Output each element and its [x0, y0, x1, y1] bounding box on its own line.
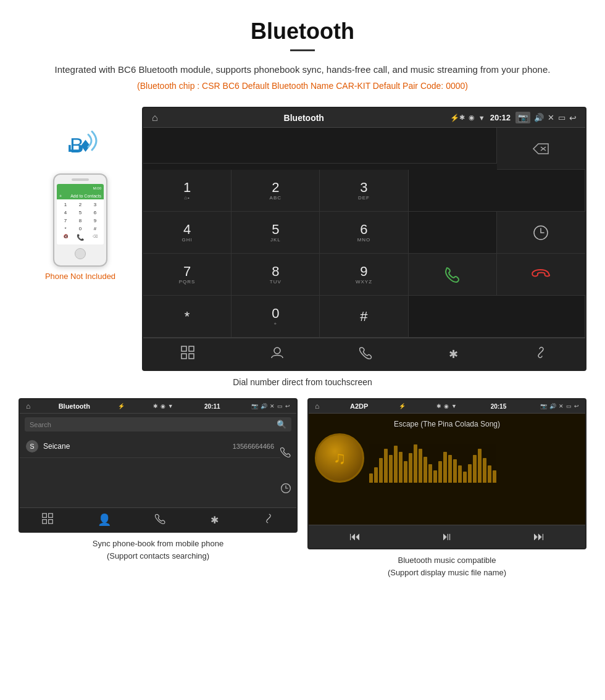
music-right-icons: 📷 🔊 ✕ ▭ ↩	[540, 403, 579, 409]
contacts-search-bar[interactable]: Search 🔍	[25, 417, 291, 431]
win-icon-m: ▭	[566, 403, 572, 409]
dial-key-1[interactable]: 1⌂•	[143, 170, 232, 212]
eq-bar	[428, 464, 432, 483]
phone-key-6: 6	[90, 209, 101, 216]
contacts-icon[interactable]	[270, 346, 284, 362]
dial-key-star[interactable]: *	[143, 296, 232, 338]
contacts-screen-wrap: ⌂ Bluetooth ⚡ ✱ ◉ ▼ 20:11 📷 🔊 ✕ ▭ ↩	[19, 398, 298, 578]
back-icon-c: ↩	[285, 403, 290, 409]
dial-key-9[interactable]: 9WXYZ	[320, 254, 408, 296]
vol-icon-m: 🔊	[549, 403, 556, 409]
phone-screen: M:00 +Add to Contacts 1 2 3 4 5 6	[57, 184, 104, 244]
signal-icon: ▼	[478, 114, 485, 122]
search-icon[interactable]: 🔍	[277, 420, 286, 429]
music-caption-line2: (Support display music file name)	[388, 568, 506, 577]
dial-key-3[interactable]: 3DEF	[320, 170, 408, 212]
music-album-area: ♫	[315, 433, 579, 483]
svg-point-10	[274, 348, 280, 354]
dial-key-2[interactable]: 2ABC	[232, 170, 320, 212]
dial-key-5[interactable]: 5JKL	[232, 212, 320, 254]
music-home-icon[interactable]: ⌂	[315, 402, 319, 410]
phone-key-del: ⌫	[90, 233, 101, 241]
contacts-link-icon[interactable]	[263, 513, 274, 527]
phone-screen-bar: M:00	[57, 184, 104, 193]
dial-empty-3	[409, 296, 585, 338]
eq-bar	[468, 464, 472, 483]
home-icon[interactable]: ⌂	[152, 112, 158, 123]
back-icon: ↩	[569, 113, 577, 123]
page-title: Bluetooth	[37, 19, 568, 44]
grid-icon[interactable]	[181, 346, 194, 362]
contacts-bottom-bar: 👤 ✱	[20, 507, 296, 531]
svg-line-11	[539, 351, 543, 354]
dial-key-8[interactable]: 8TUV	[232, 254, 320, 296]
car-time: 20:12	[490, 113, 511, 122]
contacts-grid-icon[interactable]	[42, 513, 53, 527]
eq-bar	[424, 457, 427, 483]
redial-button[interactable]	[497, 212, 585, 254]
svg-rect-7	[189, 346, 194, 351]
eq-bar	[493, 470, 496, 483]
music-screen-header: ⌂ A2DP ⚡ ✱ ◉ ▼ 20:15 📷 🔊 ✕ ▭ ↩	[309, 399, 585, 414]
eq-bar	[463, 472, 467, 483]
contacts-caption-line1: Sync phone-book from mobile phone	[93, 539, 223, 548]
contacts-time: 20:11	[204, 403, 220, 410]
bluetooth-bottom-icon[interactable]: ✱	[449, 348, 458, 361]
dial-empty-2	[409, 212, 497, 254]
phone-key-4: 4	[60, 209, 71, 216]
dial-key-7[interactable]: 7PQRS	[143, 254, 232, 296]
contacts-call-icon[interactable]	[280, 446, 291, 460]
contacts-screen-title: Bluetooth	[59, 402, 90, 410]
next-track-button[interactable]: ⏭	[533, 530, 544, 543]
car-screen-title: Bluetooth	[158, 113, 450, 123]
contacts-bt-icon[interactable]: ✱	[211, 514, 219, 526]
car-header-icons: ✱ ◉ ▼	[459, 114, 485, 122]
phone-speaker	[72, 178, 89, 181]
dial-key-6[interactable]: 6MNO	[320, 212, 408, 254]
dial-key-0[interactable]: 0+	[232, 296, 320, 338]
cam-icon-m: 📷	[540, 403, 547, 409]
cam-icon-c: 📷	[251, 403, 258, 409]
contact-item[interactable]: S Seicane 13566664466	[20, 435, 280, 458]
bt-icon-music: ✱	[436, 403, 441, 409]
phone-key-star: *	[60, 225, 71, 232]
sig-icon-music: ▼	[451, 403, 457, 409]
sig-icon-contacts: ▼	[168, 403, 173, 409]
music-caption: Bluetooth music compatible (Support disp…	[388, 554, 506, 578]
call-icon[interactable]	[359, 346, 373, 362]
bluetooth-status-icon: ✱	[459, 114, 465, 122]
link-icon[interactable]	[534, 346, 548, 362]
phone-home-button[interactable]	[75, 248, 86, 259]
dial-key-4[interactable]: 4GHI	[143, 212, 232, 254]
phone-mockup: M:00 +Add to Contacts 1 2 3 4 5 6	[53, 173, 107, 267]
call-button[interactable]	[409, 254, 497, 296]
phone-key-7: 7	[60, 217, 71, 224]
phone-key-1: 1	[60, 201, 71, 208]
car-right-icons: 📷 🔊 ✕ ▭ ↩	[515, 112, 577, 123]
eq-bar	[438, 461, 442, 483]
prev-track-button[interactable]: ⏮	[349, 530, 361, 543]
music-album-art: ♫	[315, 433, 364, 483]
contacts-phone-icon[interactable]	[155, 513, 166, 527]
bt-icon-contacts: ✱	[153, 403, 158, 409]
dial-display	[143, 128, 497, 164]
contacts-screen: ⌂ Bluetooth ⚡ ✱ ◉ ▼ 20:11 📷 🔊 ✕ ▭ ↩	[19, 398, 298, 533]
bottom-screenshots: ⌂ Bluetooth ⚡ ✱ ◉ ▼ 20:11 📷 🔊 ✕ ▭ ↩	[0, 398, 605, 578]
contacts-caption: Sync phone-book from mobile phone (Suppo…	[93, 538, 223, 562]
contacts-home-icon[interactable]: ⌂	[26, 402, 30, 410]
contacts-caption-line2: (Support contacts searching)	[107, 551, 209, 560]
eq-bar	[433, 470, 437, 483]
svg-marker-2	[533, 144, 548, 154]
dial-key-hash[interactable]: #	[320, 296, 408, 338]
contacts-sync-icon[interactable]	[280, 483, 291, 496]
end-call-button[interactable]	[497, 254, 585, 296]
car-screen-header: ⌂ Bluetooth ⚡ ✱ ◉ ▼ 20:12 📷 🔊 ✕ ▭ ↩	[143, 108, 585, 128]
eq-bar	[453, 459, 457, 483]
music-controls: ⏮ ⏯ ⏭	[309, 525, 585, 548]
contacts-user-icon[interactable]: 👤	[98, 513, 111, 527]
music-screen-title: A2DP	[350, 402, 368, 410]
phone-key-hash: #	[90, 225, 101, 232]
eq-bar	[369, 473, 373, 483]
play-pause-button[interactable]: ⏯	[441, 530, 453, 543]
delete-button[interactable]	[497, 128, 585, 170]
